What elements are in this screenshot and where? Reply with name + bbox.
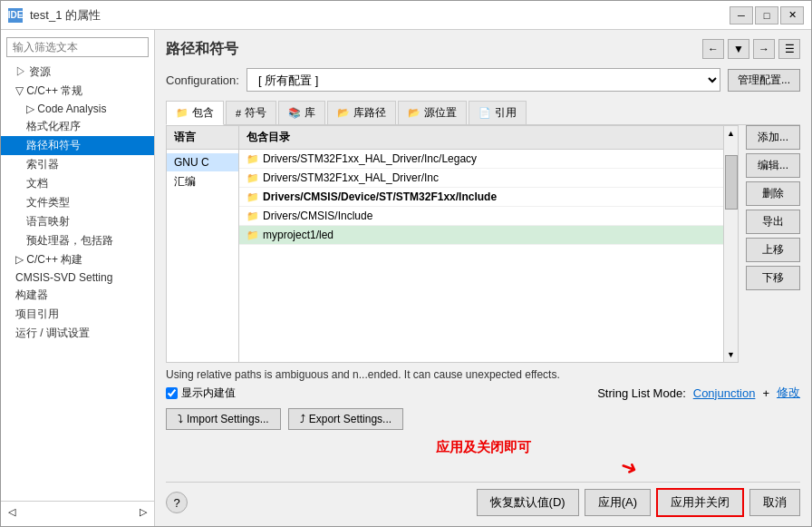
restore-defaults-btn[interactable]: 恢复默认值(D) bbox=[477, 489, 579, 516]
annotation-area: 应用及关闭即可 ➜ bbox=[166, 439, 800, 478]
sidebar-item-code-analysis[interactable]: ▷ Code Analysis bbox=[1, 101, 154, 117]
path-item-3[interactable]: 📁Drivers/CMSIS/Include bbox=[239, 207, 723, 226]
conjunction-link[interactable]: Conjunction bbox=[693, 386, 756, 400]
tab-label-lib-paths: 库路径 bbox=[353, 105, 386, 121]
config-label: Configuration: bbox=[166, 73, 239, 87]
warning-text: Using relative paths is ambiguous and n.… bbox=[166, 368, 800, 381]
sidebar-item-project-ref[interactable]: 项目引用 bbox=[1, 305, 154, 324]
close-button[interactable]: ✕ bbox=[780, 6, 804, 24]
tab-source-locs[interactable]: 📂源位置 bbox=[398, 101, 467, 124]
modify-link[interactable]: 修改 bbox=[777, 385, 800, 401]
sidebar-item-cpp-build[interactable]: ▷ C/C++ 构建 bbox=[1, 250, 154, 269]
help-button[interactable]: ? bbox=[166, 492, 188, 513]
language-column: 语言 GNU C汇编 bbox=[167, 126, 239, 362]
sidebar-item-preprocessor[interactable]: 预处理器，包括路 bbox=[1, 231, 154, 250]
tab-includes[interactable]: 📁包含 bbox=[166, 101, 224, 125]
arrow-area: ➜ bbox=[166, 458, 800, 478]
apply-close-btn[interactable]: 应用并关闭 bbox=[656, 488, 744, 517]
apply-btn[interactable]: 应用(A) bbox=[585, 489, 651, 516]
bottom-row: ? 恢复默认值(D) 应用(A) 应用并关闭 取消 bbox=[166, 482, 800, 517]
sidebar-item-cmsis-svd[interactable]: CMSIS-SVD Setting bbox=[1, 269, 154, 286]
sidebar-item-paths-symbols[interactable]: 路径和符号 bbox=[1, 136, 154, 155]
lang-item-gnuc[interactable]: GNU C bbox=[167, 153, 238, 171]
lang-items: GNU C汇编 bbox=[167, 150, 238, 196]
panel-title: 路径和符号 bbox=[166, 40, 238, 59]
path-label-0: Drivers/STM32F1xx_HAL_Driver/Inc/Legacy bbox=[263, 152, 477, 165]
show-builtin-label: 显示内建值 bbox=[181, 385, 236, 401]
annotation-text: 应用及关闭即可 bbox=[436, 439, 531, 454]
toolbar-back-btn[interactable]: ← bbox=[702, 39, 724, 59]
path-item-1[interactable]: 📁Drivers/STM32F1xx_HAL_Driver/Inc bbox=[239, 169, 723, 188]
import-icon: ⤵ bbox=[178, 413, 183, 425]
import-settings-btn[interactable]: ⤵ Import Settings... bbox=[166, 408, 281, 430]
show-builtin-checkbox[interactable] bbox=[166, 387, 178, 399]
sidebar-item-lang-map[interactable]: 语言映射 bbox=[1, 212, 154, 231]
add-btn[interactable]: 添加... bbox=[746, 125, 800, 150]
toolbar-more-btn[interactable]: ☰ bbox=[778, 39, 800, 59]
sidebar-item-docs[interactable]: 文档 bbox=[1, 174, 154, 193]
plus-label: + bbox=[762, 386, 769, 400]
tab-icon-includes: 📁 bbox=[176, 107, 188, 119]
tab-libraries[interactable]: 📚库 bbox=[278, 101, 325, 124]
path-label-1: Drivers/STM32F1xx_HAL_Driver/Inc bbox=[263, 171, 439, 184]
action-buttons: 添加...编辑...删除导出上移下移 bbox=[739, 125, 800, 363]
toolbar-forward-btn[interactable]: → bbox=[753, 39, 775, 59]
app-icon: IDE bbox=[8, 8, 23, 23]
string-mode-label: String List Mode: bbox=[597, 386, 686, 400]
export-icon: ⤴ bbox=[300, 413, 305, 425]
path-icon-3: 📁 bbox=[246, 210, 259, 222]
tab-references[interactable]: 📄引用 bbox=[469, 101, 527, 124]
sidebar-back-btn[interactable]: ◁ bbox=[5, 505, 19, 519]
lang-header: 语言 bbox=[167, 126, 238, 150]
scroll-up-btn[interactable]: ▲ bbox=[724, 126, 738, 141]
restore-button[interactable]: □ bbox=[755, 6, 778, 24]
search-box bbox=[6, 37, 149, 57]
export-btn[interactable]: 导出 bbox=[746, 210, 800, 234]
manage-config-btn[interactable]: 管理配置... bbox=[728, 69, 800, 92]
sidebar-forward-btn[interactable]: ▷ bbox=[136, 505, 150, 519]
path-item-2[interactable]: 📁Drivers/CMSIS/Device/ST/STM32F1xx/Inclu… bbox=[239, 188, 723, 207]
path-item-0[interactable]: 📁Drivers/STM32F1xx_HAL_Driver/Inc/Legacy bbox=[239, 150, 723, 169]
title-bar: IDE test_1 的属性 ─ □ ✕ bbox=[1, 1, 811, 30]
sidebar-item-run-debug[interactable]: 运行 / 调试设置 bbox=[1, 324, 154, 343]
sidebar-item-resources[interactable]: ▷ 资源 bbox=[1, 63, 154, 82]
config-select[interactable]: [ 所有配置 ] bbox=[246, 68, 720, 92]
minimize-button[interactable]: ─ bbox=[730, 6, 753, 24]
tab-label-includes: 包含 bbox=[192, 105, 214, 121]
show-builtin-checkbox-row: 显示内建值 bbox=[166, 385, 236, 401]
tab-symbols[interactable]: #符号 bbox=[226, 101, 276, 124]
toolbar-menu-btn[interactable]: ▼ bbox=[728, 39, 749, 59]
tabs-row: 📁包含#符号📚库📂库路径📂源位置📄引用 bbox=[166, 101, 800, 125]
path-item-4[interactable]: 📁myproject1/led bbox=[239, 226, 723, 245]
scroll-thumb[interactable] bbox=[725, 155, 738, 210]
scroll-down-btn[interactable]: ▼ bbox=[724, 347, 738, 362]
filter-input[interactable] bbox=[6, 37, 149, 57]
sidebar-item-formatter[interactable]: 格式化程序 bbox=[1, 117, 154, 136]
path-icon-2: 📁 bbox=[246, 191, 259, 203]
edit-btn[interactable]: 编辑... bbox=[746, 153, 800, 178]
import-export-row: ⤵ Import Settings... ⤴ Export Settings..… bbox=[166, 408, 800, 430]
path-label-3: Drivers/CMSIS/Include bbox=[263, 210, 372, 222]
sidebar-item-indexer[interactable]: 索引器 bbox=[1, 155, 154, 174]
export-settings-btn[interactable]: ⤴ Export Settings... bbox=[288, 408, 403, 430]
delete-btn[interactable]: 删除 bbox=[746, 181, 800, 206]
lang-item-汇编[interactable]: 汇编 bbox=[167, 171, 238, 192]
up-btn[interactable]: 上移 bbox=[746, 238, 800, 262]
panel-header: 路径和符号 ← ▼ → ☰ bbox=[166, 39, 800, 59]
main-window: IDE test_1 的属性 ─ □ ✕ ▷ 资源▽ C/C++ 常规▷ Cod… bbox=[0, 0, 812, 527]
paths-column: 包含目录 📁Drivers/STM32F1xx_HAL_Driver/Inc/L… bbox=[239, 126, 723, 362]
window-controls: ─ □ ✕ bbox=[730, 6, 804, 24]
path-label-4: myproject1/led bbox=[263, 229, 334, 241]
sidebar-item-cpp-general[interactable]: ▽ C/C++ 常规 bbox=[1, 82, 154, 101]
tab-icon-symbols: # bbox=[236, 108, 241, 119]
cancel-btn[interactable]: 取消 bbox=[749, 489, 800, 516]
table-container: 语言 GNU C汇编 包含目录 📁Drivers/STM32F1xx_HAL_D… bbox=[166, 125, 739, 363]
window-title: test_1 的属性 bbox=[30, 7, 722, 24]
sidebar-item-builder[interactable]: 构建器 bbox=[1, 286, 154, 305]
sidebar-item-file-types[interactable]: 文件类型 bbox=[1, 193, 154, 212]
down-btn[interactable]: 下移 bbox=[746, 266, 800, 290]
tab-lib-paths[interactable]: 📂库路径 bbox=[327, 101, 396, 124]
tab-icon-source-locs: 📂 bbox=[408, 107, 420, 119]
scrollbar[interactable]: ▲ ▼ bbox=[723, 126, 738, 362]
string-list-row: 显示内建值 String List Mode: Conjunction + 修改 bbox=[166, 385, 800, 401]
